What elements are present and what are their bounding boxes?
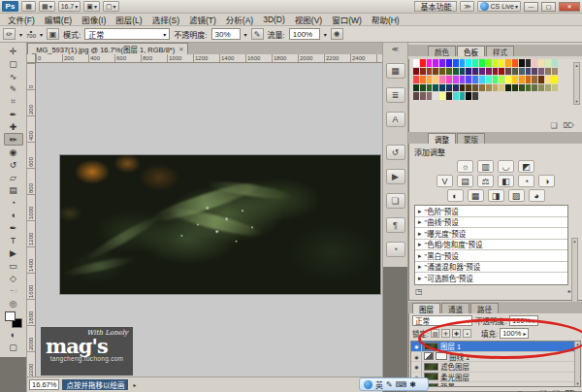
toggle-brush-panel-button[interactable] bbox=[47, 28, 59, 40]
type-tool[interactable]: T bbox=[4, 234, 23, 246]
ime-settings-icon[interactable] bbox=[409, 380, 416, 389]
clone-source-panel-icon[interactable]: ≣ bbox=[386, 87, 405, 103]
color-swatch[interactable] bbox=[486, 76, 492, 83]
color-swatch[interactable] bbox=[413, 92, 419, 100]
color-swatch[interactable] bbox=[486, 59, 492, 67]
color-swatch[interactable] bbox=[519, 84, 525, 92]
swatches-scrollbar[interactable] bbox=[573, 62, 580, 105]
scroll-down-icon[interactable] bbox=[575, 99, 579, 104]
color-swatch[interactable] bbox=[552, 84, 558, 92]
adjustment-preset-item[interactable]: "曝光度"预设 bbox=[415, 228, 567, 240]
scroll-up-icon[interactable] bbox=[576, 342, 580, 346]
history-brush-tool[interactable]: ↺ bbox=[4, 158, 23, 171]
adjustment-preset-item[interactable]: "色相/饱和度"预设 bbox=[415, 240, 567, 251]
layer-row[interactable]: 图层 1 bbox=[411, 342, 580, 352]
color-swatch[interactable] bbox=[413, 68, 419, 76]
color-swatch[interactable] bbox=[433, 84, 438, 92]
screen-mode-toggle[interactable] bbox=[4, 341, 23, 353]
gradient-map-icon[interactable]: ▨ bbox=[508, 189, 525, 202]
crop-tool[interactable]: ⌗ bbox=[4, 95, 23, 108]
color-swatch[interactable] bbox=[453, 92, 459, 100]
panel-tab[interactable]: 蒙版 bbox=[457, 133, 485, 144]
gradient-tool[interactable]: ▤ bbox=[4, 183, 23, 196]
ime-pen-icon[interactable] bbox=[386, 380, 393, 389]
panel-tab[interactable]: 通道 bbox=[441, 303, 469, 313]
color-swatch[interactable] bbox=[453, 76, 459, 83]
visibility-cell[interactable] bbox=[412, 342, 422, 351]
vibrance-icon[interactable]: V bbox=[436, 175, 453, 187]
panel-tab[interactable]: 色板 bbox=[457, 46, 485, 56]
color-swatch[interactable] bbox=[446, 84, 452, 92]
color-swatch[interactable] bbox=[519, 59, 525, 67]
color-swatch[interactable] bbox=[427, 92, 433, 100]
selective-color-icon[interactable]: ◕ bbox=[529, 189, 545, 202]
menu-item[interactable]: 视图(V) bbox=[290, 14, 327, 25]
brush-tool[interactable]: ✏ bbox=[4, 133, 23, 146]
adjustment-preset-item[interactable]: "可选颜色"预设 bbox=[415, 273, 567, 284]
ime-keyboard-icon[interactable] bbox=[396, 380, 407, 389]
color-swatch[interactable] bbox=[427, 76, 433, 83]
close-tab-icon[interactable] bbox=[178, 46, 183, 52]
menu-item[interactable]: 图像(I) bbox=[77, 14, 111, 25]
quick-selection-tool[interactable]: ✎ bbox=[4, 82, 23, 95]
color-swatch[interactable] bbox=[479, 68, 485, 76]
visibility-cell[interactable] bbox=[412, 352, 422, 362]
color-swatch[interactable] bbox=[420, 68, 426, 76]
lock-transparency-icon[interactable] bbox=[431, 329, 439, 338]
layers-scrollbar[interactable] bbox=[574, 342, 580, 386]
actions-panel-icon[interactable]: ▶ bbox=[386, 169, 405, 184]
color-swatch[interactable] bbox=[466, 76, 471, 83]
brush-panel-icon[interactable]: ▦ bbox=[386, 63, 405, 79]
color-swatch[interactable] bbox=[446, 68, 452, 76]
color-swatch[interactable] bbox=[460, 68, 466, 76]
quick-mask-button[interactable] bbox=[4, 328, 23, 341]
color-swatch[interactable] bbox=[460, 59, 466, 67]
color-swatch[interactable] bbox=[505, 68, 511, 76]
color-swatch[interactable] bbox=[479, 84, 485, 92]
delete-swatch-icon[interactable] bbox=[564, 121, 574, 130]
color-swatch[interactable] bbox=[420, 84, 426, 92]
color-swatch[interactable] bbox=[552, 59, 558, 67]
zoom-level-box[interactable]: 16.7 bbox=[58, 1, 81, 12]
color-balance-icon[interactable]: ⚖ bbox=[477, 175, 494, 187]
color-swatch[interactable] bbox=[433, 76, 438, 83]
color-swatch[interactable] bbox=[420, 92, 426, 100]
foreground-color-chip[interactable] bbox=[5, 311, 16, 321]
color-swatch[interactable] bbox=[439, 59, 445, 67]
color-swatch[interactable] bbox=[532, 76, 537, 83]
marquee-tool[interactable]: ▢ bbox=[4, 57, 23, 70]
color-swatch[interactable] bbox=[472, 76, 478, 83]
menu-item[interactable]: 选择(S) bbox=[147, 14, 184, 25]
adjustment-preset-item[interactable]: "色阶"预设 bbox=[415, 206, 567, 217]
status-menu-arrow[interactable] bbox=[131, 381, 138, 388]
color-swatch[interactable] bbox=[439, 68, 445, 76]
color-swatch[interactable] bbox=[538, 68, 544, 76]
menu-item[interactable]: 帮助(H) bbox=[367, 14, 404, 25]
color-swatch[interactable] bbox=[538, 59, 544, 67]
color-swatch[interactable] bbox=[460, 76, 466, 83]
minimize-button[interactable] bbox=[524, 2, 538, 12]
posterize-icon[interactable]: ▦ bbox=[468, 189, 484, 202]
color-swatch[interactable] bbox=[538, 76, 544, 83]
color-swatch[interactable] bbox=[446, 76, 452, 83]
panel-tab[interactable]: 样式 bbox=[486, 46, 514, 56]
panel-tab[interactable]: 图层 bbox=[412, 303, 440, 313]
adjustment-preset-item[interactable]: "通道混和器"预设 bbox=[415, 262, 567, 274]
shape-tool[interactable]: ▭ bbox=[4, 259, 23, 272]
eyedropper-tool[interactable]: ✒ bbox=[4, 108, 23, 120]
lock-pixels-icon[interactable] bbox=[441, 329, 450, 338]
clone-stamp-tool[interactable]: ◉ bbox=[4, 146, 23, 158]
status-zoom-input[interactable]: 16.67% bbox=[29, 379, 59, 390]
ime-language[interactable]: 英 bbox=[375, 379, 383, 390]
tool-preset-button[interactable] bbox=[3, 28, 16, 40]
brightness-contrast-icon[interactable]: ☼ bbox=[457, 160, 473, 173]
color-swatch[interactable] bbox=[472, 84, 478, 92]
path-selection-tool[interactable]: ▶ bbox=[4, 246, 23, 259]
color-swatch[interactable] bbox=[526, 68, 532, 76]
panel-tab[interactable]: 调整 bbox=[428, 133, 456, 144]
color-swatch[interactable] bbox=[466, 84, 471, 92]
color-swatch[interactable] bbox=[472, 59, 478, 67]
color-swatch[interactable] bbox=[532, 68, 537, 76]
color-swatch[interactable] bbox=[493, 84, 499, 92]
styles-panel-icon[interactable]: ❏ bbox=[386, 193, 405, 209]
